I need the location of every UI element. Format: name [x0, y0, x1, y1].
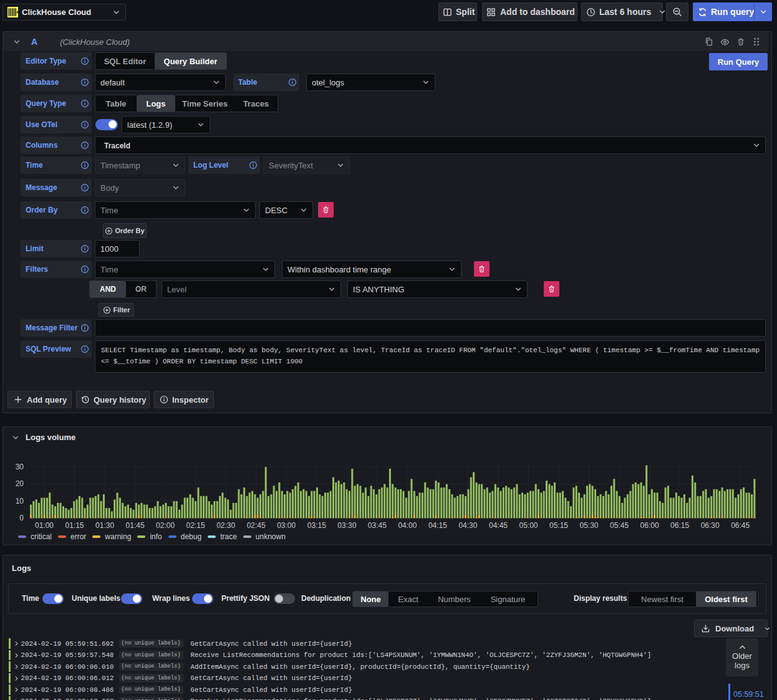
svg-text:03:00: 03:00 [277, 521, 296, 530]
svg-text:06:30: 06:30 [701, 521, 720, 530]
svg-text:04:30: 04:30 [458, 521, 477, 530]
svg-text:10: 10 [16, 497, 24, 506]
svg-text:20: 20 [16, 479, 24, 488]
svg-text:01:45: 01:45 [126, 521, 145, 530]
svg-text:06:45: 06:45 [731, 521, 750, 530]
svg-text:01:30: 01:30 [95, 521, 114, 530]
svg-text:05:45: 05:45 [610, 521, 629, 530]
svg-text:04:15: 04:15 [428, 521, 447, 530]
svg-text:02:45: 02:45 [247, 521, 266, 530]
svg-text:02:00: 02:00 [156, 521, 175, 530]
svg-text:03:30: 03:30 [337, 521, 356, 530]
svg-text:05:00: 05:00 [519, 521, 538, 530]
svg-text:02:30: 02:30 [216, 521, 235, 530]
svg-text:06:15: 06:15 [670, 521, 689, 530]
svg-text:04:00: 04:00 [398, 521, 417, 530]
svg-text:06:00: 06:00 [640, 521, 659, 530]
svg-text:01:15: 01:15 [65, 521, 84, 530]
svg-text:0: 0 [19, 514, 24, 522]
svg-text:05:30: 05:30 [579, 521, 598, 530]
svg-text:30: 30 [16, 463, 24, 471]
svg-text:01:00: 01:00 [35, 521, 54, 530]
svg-text:03:45: 03:45 [368, 521, 387, 530]
svg-text:03:15: 03:15 [307, 521, 326, 530]
svg-text:05:15: 05:15 [549, 521, 568, 530]
svg-text:04:45: 04:45 [489, 521, 508, 530]
svg-text:02:15: 02:15 [186, 521, 205, 530]
